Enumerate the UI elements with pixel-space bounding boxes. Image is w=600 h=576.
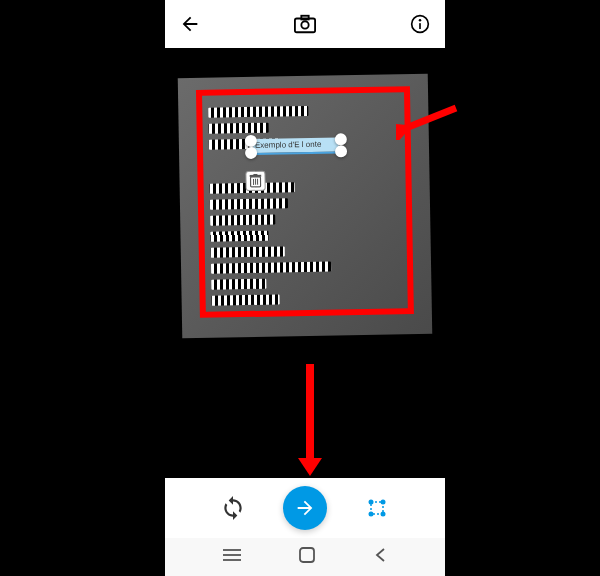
next-button[interactable] bbox=[283, 486, 327, 530]
svg-rect-2 bbox=[301, 16, 308, 20]
annotation-highlight-box bbox=[196, 86, 414, 318]
svg-point-16 bbox=[381, 512, 386, 517]
nav-back-icon bbox=[373, 547, 387, 563]
info-button[interactable] bbox=[409, 13, 431, 35]
nav-back-button[interactable] bbox=[373, 547, 387, 567]
svg-rect-8 bbox=[253, 174, 257, 176]
svg-point-1 bbox=[301, 21, 308, 28]
camera-button[interactable] bbox=[294, 13, 316, 35]
selection-underline bbox=[253, 151, 339, 155]
selection-highlight[interactable]: Exemplo d'E l onte bbox=[253, 137, 339, 152]
svg-rect-12 bbox=[371, 502, 383, 514]
camera-icon bbox=[294, 14, 316, 34]
arrow-right-icon bbox=[294, 497, 316, 519]
top-toolbar bbox=[165, 0, 445, 48]
delete-selection-button[interactable] bbox=[245, 171, 265, 191]
crop-button[interactable] bbox=[363, 494, 391, 522]
rotate-icon bbox=[220, 495, 246, 521]
system-nav-bar bbox=[165, 538, 445, 576]
selection-handle-top-right[interactable] bbox=[335, 133, 347, 145]
bottom-toolbar bbox=[165, 478, 445, 538]
home-icon bbox=[298, 546, 316, 564]
arrow-left-icon bbox=[179, 13, 201, 35]
svg-point-4 bbox=[419, 19, 422, 22]
nav-home-button[interactable] bbox=[298, 546, 316, 568]
text-selection[interactable]: Exemplo d'E l onte bbox=[241, 137, 351, 157]
svg-rect-20 bbox=[300, 548, 314, 562]
svg-point-15 bbox=[369, 512, 374, 517]
svg-rect-5 bbox=[419, 23, 421, 29]
rotate-button[interactable] bbox=[219, 494, 247, 522]
nav-recents-button[interactable] bbox=[223, 548, 241, 566]
captured-image[interactable]: Exemplo d'E l onte bbox=[178, 74, 432, 338]
crop-handles-icon bbox=[365, 496, 389, 520]
back-button[interactable] bbox=[179, 13, 201, 35]
photo-canvas[interactable]: Exemplo d'E l onte bbox=[165, 48, 445, 478]
trash-icon bbox=[249, 174, 261, 188]
svg-point-14 bbox=[381, 500, 386, 505]
info-icon bbox=[410, 14, 430, 34]
recents-icon bbox=[223, 548, 241, 562]
svg-point-13 bbox=[369, 500, 374, 505]
